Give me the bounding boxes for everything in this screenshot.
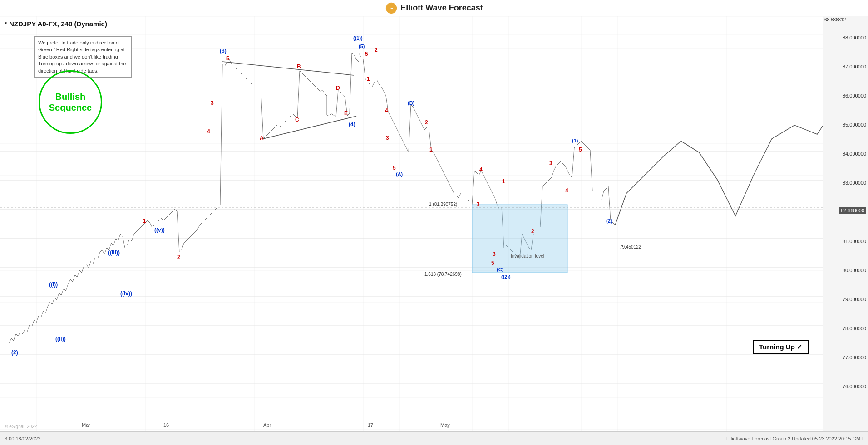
svg-text:C: C xyxy=(295,117,299,123)
svg-text:((iv)): ((iv)) xyxy=(120,290,132,297)
price-83: 83.000000 xyxy=(843,180,866,186)
svg-text:2: 2 xyxy=(177,254,180,260)
price-84: 84.000000 xyxy=(843,151,866,156)
current-price-label: 82.668000 xyxy=(839,207,866,214)
price-77: 77.000000 xyxy=(843,355,866,360)
x-label-mar: Mar xyxy=(82,422,90,428)
svg-text:2: 2 xyxy=(375,47,378,53)
chart-svg: ((i)) ((ii)) ((iii)) ((iv)) ((v)) (2) 1 … xyxy=(0,16,823,431)
bullish-sequence-label: BullishSequence xyxy=(49,91,92,113)
x-label-17: 17 xyxy=(368,422,373,428)
svg-text:(5): (5) xyxy=(359,44,365,49)
bottom-left-label: 3:00 18/02/2022 xyxy=(5,436,41,441)
svg-text:(3): (3) xyxy=(220,48,227,54)
svg-text:(2): (2) xyxy=(11,349,18,356)
bottom-right-label: Elliottwave Forecast Group 2 Updated 05.… xyxy=(726,436,863,441)
svg-text:(B): (B) xyxy=(408,100,415,106)
price-78: 78.000000 xyxy=(843,326,866,331)
price-85: 85.000000 xyxy=(843,122,866,127)
svg-text:E: E xyxy=(344,110,348,117)
watermark: © eSignal, 2022 xyxy=(5,424,37,429)
svg-text:(A): (A) xyxy=(396,171,403,177)
svg-text:((2)): ((2)) xyxy=(501,274,511,279)
svg-text:1: 1 xyxy=(143,218,146,224)
bullish-sequence-circle: BullishSequence xyxy=(39,70,102,134)
svg-text:5: 5 xyxy=(393,165,396,171)
top-price-display: 68.586812 xyxy=(823,16,868,23)
turning-up-badge: Turning Up ✓ xyxy=(753,340,809,354)
svg-text:4: 4 xyxy=(565,187,568,194)
x-label-may: May xyxy=(440,422,450,428)
svg-text:3: 3 xyxy=(549,160,552,166)
header-title: Elliott Wave Forecast xyxy=(400,3,483,13)
svg-text:1: 1 xyxy=(502,178,505,185)
price-76: 76.000000 xyxy=(843,384,866,389)
svg-rect-18 xyxy=(472,205,567,273)
svg-text:4: 4 xyxy=(479,166,483,173)
logo-icon: ~ xyxy=(385,2,398,15)
info-text: We prefer to trade only in direction of … xyxy=(38,40,126,73)
svg-text:5: 5 xyxy=(579,147,582,153)
chart-title: * NZDJPY A0-FX, 240 (Dynamic) xyxy=(5,20,107,28)
svg-text:4: 4 xyxy=(207,128,210,135)
svg-text:3: 3 xyxy=(493,251,496,257)
price-88: 88.000000 xyxy=(843,35,866,40)
svg-text:(C): (C) xyxy=(497,267,504,272)
svg-text:3: 3 xyxy=(477,201,480,207)
x-label-16: 16 xyxy=(163,422,169,428)
svg-text:(4): (4) xyxy=(349,121,355,127)
x-label-apr: Apr xyxy=(263,422,271,428)
svg-text:((ii)): ((ii)) xyxy=(55,336,66,342)
svg-text:B: B xyxy=(297,64,301,70)
svg-text:2: 2 xyxy=(425,119,428,126)
svg-text:5: 5 xyxy=(365,51,368,57)
svg-text:2: 2 xyxy=(531,228,534,235)
chart-container: ~ Elliott Wave Forecast xyxy=(0,0,868,445)
svg-text:1.618 (78.742698): 1.618 (78.742698) xyxy=(424,272,462,277)
price-86: 86.000000 xyxy=(843,93,866,98)
price-axis: 68.586812 88.000000 87.000000 86.000000 … xyxy=(823,16,868,431)
svg-text:3: 3 xyxy=(211,100,214,106)
svg-text:1 (81.290752): 1 (81.290752) xyxy=(429,202,457,207)
svg-text:(2): (2) xyxy=(606,218,612,224)
price-80: 80.000000 xyxy=(843,268,866,273)
svg-text:4: 4 xyxy=(385,108,388,114)
header-logo: ~ Elliott Wave Forecast xyxy=(385,2,483,15)
svg-text:5: 5 xyxy=(226,55,229,62)
bottom-bar: 3:00 18/02/2022 Elliottwave Forecast Gro… xyxy=(0,431,868,445)
svg-text:1: 1 xyxy=(429,147,433,153)
svg-text:((1)): ((1)) xyxy=(353,35,363,41)
svg-text:A: A xyxy=(260,135,264,141)
svg-text:1: 1 xyxy=(367,76,370,82)
svg-text:((iii)): ((iii)) xyxy=(108,249,120,256)
svg-text:79.450122: 79.450122 xyxy=(620,245,641,249)
x-axis: Mar 16 Apr 17 May xyxy=(0,419,823,431)
turning-up-label: Turning Up ✓ xyxy=(759,343,803,351)
svg-text:((i)): ((i)) xyxy=(49,281,58,288)
svg-text:(1): (1) xyxy=(572,138,578,143)
svg-rect-2 xyxy=(0,16,823,431)
svg-text:~: ~ xyxy=(390,5,393,11)
info-box: We prefer to trade only in direction of … xyxy=(34,36,132,78)
price-87: 87.000000 xyxy=(843,64,866,69)
header: ~ Elliott Wave Forecast xyxy=(0,0,868,16)
svg-text:5: 5 xyxy=(491,260,494,266)
svg-text:3: 3 xyxy=(386,135,389,141)
price-81: 81.000000 xyxy=(843,239,866,244)
svg-text:D: D xyxy=(336,85,340,91)
price-79: 79.000000 xyxy=(843,297,866,302)
svg-text:Invalidation level: Invalidation level xyxy=(511,254,544,259)
svg-text:((v)): ((v)) xyxy=(154,227,165,233)
